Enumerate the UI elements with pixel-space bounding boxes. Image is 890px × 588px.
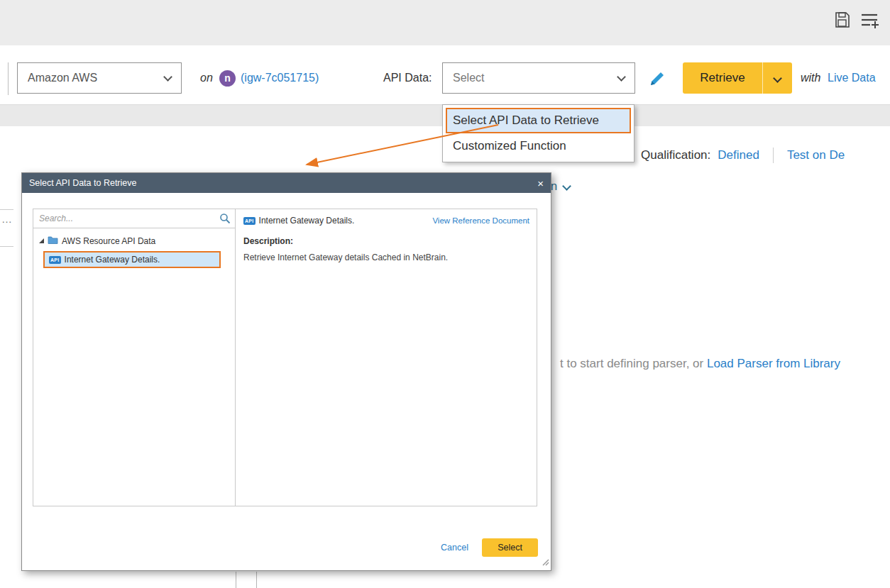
detail-header: API Internet Gateway Details. View Refer… bbox=[243, 216, 529, 226]
edit-pencil-icon[interactable] bbox=[648, 70, 666, 91]
cancel-button[interactable]: Cancel bbox=[441, 543, 468, 553]
api-data-value: Select bbox=[453, 72, 484, 84]
load-parser-from-library-link[interactable]: Load Parser from Library bbox=[707, 357, 840, 370]
api-tree-panel: AWS Resource API Data API Internet Gatew… bbox=[33, 209, 236, 506]
dialog-title: Select API Data to Retrieve bbox=[29, 178, 136, 188]
api-badge-icon: API bbox=[49, 256, 61, 264]
api-badge-icon: API bbox=[243, 217, 256, 225]
api-detail-panel: API Internet Gateway Details. View Refer… bbox=[236, 209, 537, 506]
data-source-value: Amazon AWS bbox=[28, 72, 97, 84]
close-icon[interactable]: × bbox=[537, 178, 544, 189]
resize-grip-icon[interactable] bbox=[542, 556, 549, 569]
background-panel-border bbox=[236, 572, 236, 588]
qualification-label: Qualification: bbox=[641, 148, 710, 162]
chevron-down-icon bbox=[617, 72, 626, 82]
dialog-footer: Cancel Select bbox=[441, 538, 538, 557]
menu-item-select-api-data[interactable]: Select API Data to Retrieve bbox=[446, 108, 631, 133]
data-source-dropdown[interactable]: Amazon AWS bbox=[17, 62, 182, 94]
chevron-down-icon bbox=[562, 182, 571, 191]
device-link[interactable]: (igw-7c051715) bbox=[241, 72, 319, 84]
view-reference-document-link[interactable]: View Reference Document bbox=[432, 216, 529, 225]
on-label: on bbox=[200, 72, 213, 84]
api-data-dropdown[interactable]: Select bbox=[442, 62, 635, 94]
dialog-content: AWS Resource API Data API Internet Gatew… bbox=[33, 209, 537, 506]
tree-node-internet-gateway[interactable]: API Internet Gateway Details. bbox=[43, 251, 221, 268]
add-to-list-icon[interactable] bbox=[861, 11, 880, 31]
api-data-tree: AWS Resource API Data API Internet Gatew… bbox=[33, 228, 235, 274]
top-toolbar bbox=[0, 0, 890, 45]
parser-hint-text: t to start defining parser, or Load Pars… bbox=[560, 357, 840, 371]
api-data-label: API Data: bbox=[383, 72, 432, 84]
topbar-icon-group bbox=[834, 11, 880, 31]
description-text: Retrieve Internet Gateway details Cached… bbox=[243, 253, 529, 262]
ellipsis-fragment: … bbox=[1, 213, 12, 225]
netbrain-device-icon: n bbox=[219, 70, 236, 87]
save-icon[interactable] bbox=[834, 11, 851, 31]
dialog-titlebar[interactable]: Select API Data to Retrieve × bbox=[22, 173, 551, 193]
vertical-divider bbox=[773, 148, 774, 163]
tree-node-label: AWS Resource API Data bbox=[62, 236, 155, 246]
search-input[interactable] bbox=[33, 209, 215, 228]
toolbar-left-divider bbox=[8, 62, 9, 95]
retrieve-button-group: Retrieve bbox=[683, 62, 792, 94]
folder-icon bbox=[48, 235, 58, 246]
tree-expander-icon[interactable] bbox=[39, 238, 44, 243]
tree-node-label: Internet Gateway Details. bbox=[65, 255, 160, 265]
api-data-menu: Select API Data to Retrieve Customized F… bbox=[442, 104, 634, 162]
test-on-demand-link[interactable]: Test on De bbox=[787, 148, 845, 162]
search-icon[interactable] bbox=[219, 213, 231, 227]
select-button[interactable]: Select bbox=[482, 538, 538, 557]
chevron-down-icon bbox=[773, 74, 782, 83]
select-api-data-dialog: Select API Data to Retrieve × bbox=[21, 172, 551, 571]
background-panel-border bbox=[256, 572, 257, 588]
menu-item-customized-function[interactable]: Customized Function bbox=[446, 133, 631, 159]
background-panel-line bbox=[0, 246, 13, 247]
description-label: Description: bbox=[243, 236, 529, 246]
chevron-down-icon bbox=[163, 72, 172, 82]
background-panel-line bbox=[0, 209, 13, 210]
tree-node-aws-resource[interactable]: AWS Resource API Data bbox=[38, 234, 231, 248]
live-data-link[interactable]: Live Data bbox=[828, 72, 876, 84]
detail-title: Internet Gateway Details. bbox=[259, 216, 355, 226]
retrieve-dropdown-button[interactable] bbox=[762, 62, 792, 94]
search-bar bbox=[33, 209, 235, 228]
qualification-row: Qualification: Defined Test on De bbox=[641, 148, 845, 163]
retrieve-button[interactable]: Retrieve bbox=[683, 62, 762, 94]
qualification-defined-link[interactable]: Defined bbox=[718, 148, 759, 162]
with-label: with bbox=[801, 72, 820, 84]
